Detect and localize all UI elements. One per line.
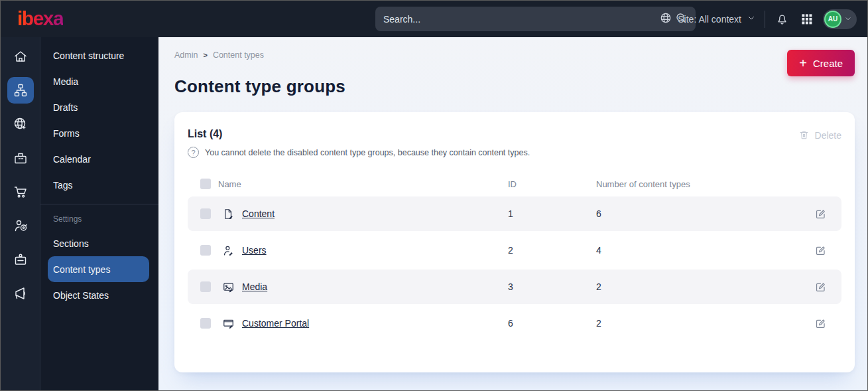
group-link[interactable]: Media: [242, 281, 267, 292]
site-context-selector[interactable]: Site: All context: [659, 11, 756, 27]
group-link[interactable]: Content: [242, 208, 275, 219]
screen-icon: [222, 317, 235, 330]
file-icon: [222, 208, 235, 220]
globe-icon: [659, 11, 672, 27]
customers-target-icon: [13, 218, 29, 234]
table-row: Users 2 4: [188, 233, 841, 268]
rail-products[interactable]: [7, 145, 34, 171]
products-icon: [13, 150, 29, 166]
notifications-button[interactable]: [774, 11, 790, 27]
group-id: 1: [508, 208, 596, 219]
rail-site[interactable]: [7, 111, 34, 137]
site-globe-icon: [13, 116, 29, 132]
sidebar-item-sections[interactable]: Sections: [48, 230, 149, 256]
delete-button[interactable]: Delete: [798, 129, 841, 141]
menu-divider: [40, 204, 158, 204]
plus-icon: +: [799, 56, 807, 70]
sidebar-item-tags[interactable]: Tags: [48, 172, 149, 198]
edit-button[interactable]: [812, 242, 841, 259]
table-row: Content 1 6: [188, 196, 841, 231]
sidebar: Content structure Media Drafts Forms Cal…: [1, 37, 158, 390]
global-search[interactable]: [375, 7, 696, 31]
sidebar-item-calendar[interactable]: Calendar: [48, 146, 149, 172]
breadcrumb-separator: >: [203, 51, 207, 59]
rail-admin[interactable]: [7, 246, 34, 273]
group-count: 2: [596, 281, 812, 292]
badge-icon: [13, 252, 29, 268]
row-checkbox[interactable]: [200, 245, 211, 256]
app-grid-icon: [800, 13, 813, 25]
settings-section-label: Settings: [40, 210, 158, 230]
page-title: Content type groups: [174, 76, 867, 97]
group-count: 4: [596, 245, 812, 256]
content-type-groups-card: List (4) Delete ? You cannot delete the …: [174, 112, 855, 372]
col-name: Name: [218, 179, 508, 189]
main-content: Admin > Content types + Create Content t…: [158, 37, 867, 390]
content-tree-icon: [13, 82, 29, 98]
home-icon: [13, 48, 29, 64]
top-bar: ibexa Site: All context: [1, 1, 867, 37]
user-icon: [222, 244, 235, 257]
chevron-down-icon: [747, 13, 756, 25]
breadcrumb-current: Content types: [213, 50, 264, 60]
sidebar-item-object-states[interactable]: Object States: [48, 282, 149, 308]
edit-button[interactable]: [812, 206, 841, 222]
sidebar-item-content-types[interactable]: Content types: [48, 256, 149, 282]
group-id: 6: [508, 318, 596, 329]
group-link[interactable]: Customer Portal: [242, 318, 309, 329]
sidebar-item-content-structure[interactable]: Content structure: [48, 42, 149, 68]
table-row: Media 3 2: [188, 270, 841, 304]
row-checkbox[interactable]: [200, 281, 211, 292]
ibexa-logo: ibexa: [17, 7, 63, 30]
table-header-row: Name ID Number of content types: [188, 171, 841, 196]
app-switcher-button[interactable]: [799, 11, 814, 27]
sidebar-item-forms[interactable]: Forms: [48, 120, 149, 146]
megaphone-icon: [13, 285, 29, 301]
sidebar-item-drafts[interactable]: Drafts: [48, 94, 149, 120]
rail-commerce[interactable]: [7, 179, 34, 205]
ibexa-admin-window: ibexa Site: All context: [0, 0, 868, 391]
col-count: Number of content types: [596, 179, 812, 189]
content-type-groups-table: Name ID Number of content types Content …: [188, 171, 841, 341]
group-count: 6: [596, 208, 812, 219]
rail-marketing[interactable]: [7, 280, 34, 307]
edit-icon: [814, 244, 827, 257]
sidebar-item-media[interactable]: Media: [48, 68, 149, 94]
user-menu[interactable]: AU: [823, 9, 857, 29]
cart-icon: [13, 184, 29, 200]
bell-icon: [775, 12, 789, 26]
row-checkbox[interactable]: [200, 208, 211, 219]
image-icon: [222, 281, 235, 293]
breadcrumb-admin[interactable]: Admin: [174, 50, 198, 60]
row-checkbox[interactable]: [200, 318, 211, 329]
site-context-label: Site: All context: [678, 14, 741, 25]
create-button[interactable]: + Create: [787, 50, 855, 76]
search-input[interactable]: [383, 14, 674, 25]
rail-dashboard[interactable]: [7, 43, 34, 70]
group-id: 2: [508, 245, 596, 256]
edit-icon: [814, 208, 827, 220]
group-link[interactable]: Users: [242, 245, 267, 256]
select-all-checkbox[interactable]: [200, 179, 211, 189]
rail-content[interactable]: [7, 77, 34, 104]
sidebar-menu: Content structure Media Drafts Forms Cal…: [40, 37, 158, 390]
group-id: 3: [508, 281, 596, 292]
help-text: You cannot delete the disabled content t…: [205, 148, 530, 157]
icon-rail: [1, 37, 40, 390]
topbar-divider: [765, 11, 765, 28]
breadcrumb: Admin > Content types: [174, 50, 867, 60]
table-row: Customer Portal 6 2: [188, 306, 841, 341]
rail-customers[interactable]: [7, 212, 34, 239]
group-count: 2: [596, 318, 812, 329]
edit-icon: [814, 281, 827, 293]
help-icon: ?: [188, 147, 199, 158]
edit-button[interactable]: [812, 315, 841, 332]
chevron-down-icon: [844, 13, 852, 25]
col-id: ID: [508, 179, 596, 189]
edit-icon: [814, 317, 827, 330]
trash-icon: [798, 129, 810, 141]
avatar: AU: [824, 11, 841, 28]
list-title: List (4): [188, 128, 222, 140]
edit-button[interactable]: [812, 279, 841, 295]
